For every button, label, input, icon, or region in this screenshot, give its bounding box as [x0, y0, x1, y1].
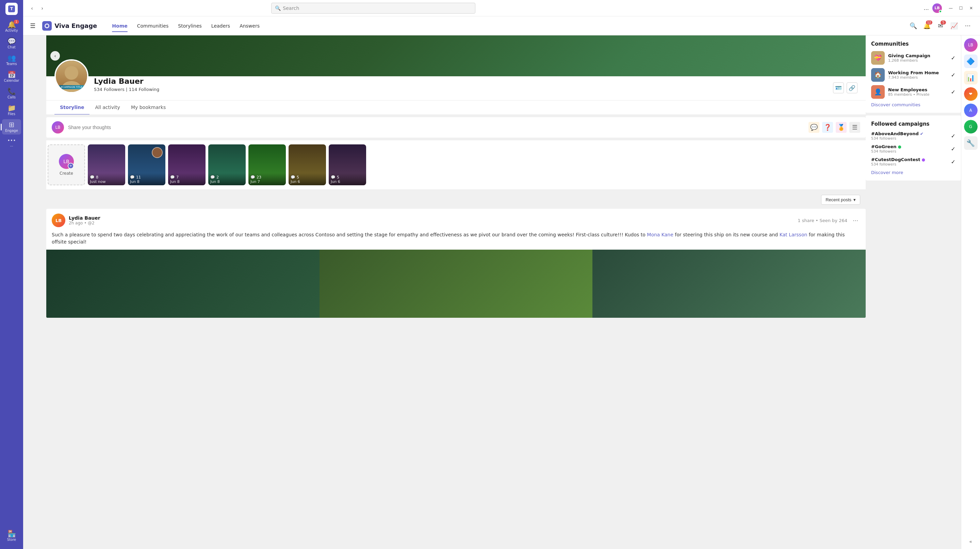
header-more-button[interactable]: ··· — [962, 21, 973, 31]
sidebar-item-store[interactable]: 🏪 Store — [2, 528, 21, 544]
notifications-button[interactable]: 🔔 12 — [921, 21, 932, 31]
teams-sidebar: T 🔔 Activity 1 💬 Chat 👥 Teams 📅 Calendar… — [0, 0, 23, 549]
maximize-button[interactable]: ☐ — [956, 3, 966, 13]
campaign-above-beyond[interactable]: #AboveAndBeyond ✔ 534 followers ✓ — [871, 131, 956, 140]
comment-icon-3: 💬 — [170, 175, 175, 179]
user-avatar[interactable]: LB — [932, 3, 942, 13]
story-item-7[interactable]: 💬 5 Jun 6 — [329, 144, 366, 185]
campaign-above-beyond-info: #AboveAndBeyond ✔ 534 followers — [871, 131, 948, 140]
story-overlay-2: 💬 11 Jun 8 — [128, 173, 165, 185]
svg-point-5 — [65, 66, 78, 80]
tab-bookmarks[interactable]: My bookmarks — [126, 101, 171, 115]
story-date-6: Jun 6 — [291, 179, 324, 184]
comment-icon-5: 💬 — [250, 175, 255, 179]
community-giving[interactable]: 💝 Giving Campaign 1,268 members ✓ — [871, 51, 956, 65]
search-button[interactable]: 🔍 — [908, 21, 919, 31]
far-right-icon-1[interactable]: 🔷 — [964, 54, 978, 68]
discover-communities-link[interactable]: Discover communities — [871, 102, 956, 107]
share-input[interactable] — [68, 121, 804, 134]
comment-count-7: 5 — [337, 175, 339, 179]
far-right-avatar-2[interactable]: ❤ — [964, 87, 978, 101]
minimize-button[interactable]: — — [946, 3, 956, 13]
close-button[interactable]: ✕ — [966, 3, 976, 13]
share-avatar: LB — [52, 121, 64, 134]
back-button[interactable]: ‹ — [50, 51, 60, 61]
comment-count-1: 8 — [96, 175, 98, 179]
stories-row: LB + Create 💬 8 Just now — [46, 140, 865, 189]
post-more-button[interactable]: ⋯ — [851, 215, 860, 225]
community-wfh-check: ✓ — [951, 72, 956, 78]
community-giving-info: Giving Campaign 1,268 members — [888, 53, 948, 63]
comment-count-5: 23 — [256, 175, 261, 179]
story-overlay-7: 💬 5 Jun 6 — [329, 173, 366, 185]
communities-card: Communities 💝 Giving Campaign 1,268 memb… — [865, 35, 961, 113]
right-sidebar: Communities 💝 Giving Campaign 1,268 memb… — [865, 35, 961, 549]
community-wfh[interactable]: 🏠 Working From Home 7,943 members ✓ — [871, 68, 956, 82]
comment-count-2: 11 — [136, 175, 141, 179]
back-arrow[interactable]: ‹ — [27, 3, 37, 13]
far-right-avatar-3[interactable]: A — [964, 104, 978, 117]
post-link-mona[interactable]: Mona Kane — [647, 232, 673, 237]
nav-communities[interactable]: Communities — [133, 21, 173, 31]
story-overlay-4: 💬 2 Jun 8 — [208, 173, 246, 185]
campaign-dog[interactable]: #CutestDogContest ● 534 followers ✓ — [871, 157, 956, 166]
story-item-4[interactable]: 💬 2 Jun 8 — [208, 144, 246, 185]
calendar-icon: 📅 — [8, 71, 16, 78]
post-image — [46, 250, 865, 318]
chat-icon-btn[interactable]: 💬 — [808, 122, 819, 133]
campaign-go-green[interactable]: #GoGreen ● 534 followers ✓ — [871, 144, 956, 153]
engage-icon: ⊞ — [9, 121, 14, 128]
tab-storyline[interactable]: Storyline — [54, 101, 89, 115]
sidebar-item-files[interactable]: 📁 Files — [2, 102, 21, 118]
community-new-employees[interactable]: 👤 New Employees 85 members • Private ✓ — [871, 85, 956, 99]
far-right-icon-3[interactable]: 🔧 — [964, 136, 978, 150]
analytics-button[interactable]: 📈 — [949, 21, 959, 31]
story-meta-6: 💬 5 — [291, 175, 324, 179]
story-item-1[interactable]: 💬 8 Just now — [88, 144, 125, 185]
story-item-6[interactable]: 💬 5 Jun 6 — [288, 144, 326, 185]
story-item-2[interactable]: 💬 11 Jun 8 — [128, 144, 165, 185]
question-icon-btn[interactable]: ❓ — [822, 122, 833, 133]
svg-text:T: T — [10, 6, 13, 11]
svg-text:👤: 👤 — [874, 88, 882, 96]
far-right-avatar-1[interactable]: LB — [964, 38, 978, 52]
nav-home[interactable]: Home — [108, 21, 131, 31]
search-bar[interactable]: 🔍 Search — [271, 3, 476, 14]
app-header-right: 🔍 🔔 12 ✉ 5 📈 ··· — [908, 21, 973, 31]
post-link-kat[interactable]: Kat Larsson — [780, 232, 808, 237]
sidebar-item-activity[interactable]: 🔔 Activity 1 — [2, 19, 21, 34]
article-icon-btn[interactable]: ☰ — [850, 122, 860, 133]
store-icon: 🏪 — [8, 530, 16, 537]
story-item-3[interactable]: 💬 7 Jun 8 — [168, 144, 205, 185]
edit-profile-button[interactable]: 🪪 — [833, 82, 844, 93]
sidebar-item-calendar[interactable]: 📅 Calendar — [2, 69, 21, 85]
recent-posts-label: Recent posts — [826, 197, 851, 202]
discover-more-link[interactable]: Discover more — [871, 170, 956, 175]
sidebar-item-engage[interactable]: ⊞ Engage — [2, 119, 21, 134]
app-header: ☰ Viva Engage Home Communities Storyline… — [23, 16, 980, 35]
tab-all-activity[interactable]: All activity — [89, 101, 125, 115]
story-create[interactable]: LB + Create — [48, 144, 85, 185]
titlebar-more[interactable]: ... — [921, 3, 931, 13]
forward-arrow[interactable]: › — [37, 3, 47, 13]
hamburger-menu[interactable]: ☰ — [30, 22, 35, 29]
story-item-5[interactable]: 💬 23 Jun 7 — [248, 144, 286, 185]
sidebar-item-chat[interactable]: 💬 Chat — [2, 36, 21, 51]
far-right-avatar-4[interactable]: G — [964, 120, 978, 134]
share-profile-button[interactable]: 🔗 — [846, 82, 858, 93]
dropdown-icon: ▾ — [853, 197, 856, 202]
sidebar-item-teams[interactable]: 👥 Teams — [2, 53, 21, 68]
nav-storylines[interactable]: Storylines — [174, 21, 206, 31]
followers-count: 534 — [94, 87, 102, 92]
nav-answers[interactable]: Answers — [235, 21, 264, 31]
far-right-icon-2[interactable]: 📊 — [964, 71, 978, 85]
nav-leaders[interactable]: Leaders — [207, 21, 234, 31]
praise-icon-btn[interactable]: 🏅 — [836, 122, 846, 133]
sidebar-item-more[interactable]: ••• ... — [2, 136, 21, 149]
sidebar-item-calls[interactable]: 📞 Calls — [2, 86, 21, 101]
post-seen: Seen by 264 — [819, 218, 847, 223]
messages-button[interactable]: ✉ 5 — [935, 21, 946, 31]
collapse-button[interactable]: « — [966, 537, 975, 546]
following-label: Following — [138, 87, 159, 92]
recent-posts-button[interactable]: Recent posts ▾ — [821, 195, 860, 205]
